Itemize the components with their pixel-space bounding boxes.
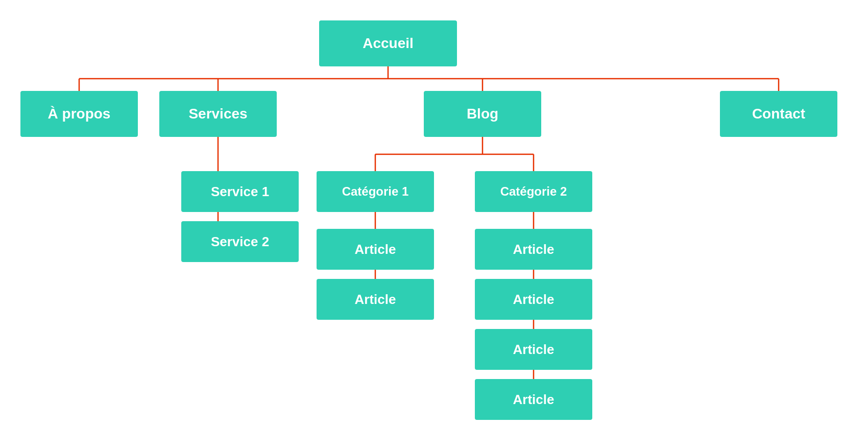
- node-contact[interactable]: Contact: [720, 91, 837, 137]
- node-art2[interactable]: Article: [317, 279, 434, 320]
- node-service2[interactable]: Service 2: [181, 221, 299, 262]
- node-apropos[interactable]: À propos: [20, 91, 138, 137]
- node-art1[interactable]: Article: [317, 229, 434, 270]
- node-art3[interactable]: Article: [475, 229, 592, 270]
- node-categorie2[interactable]: Catégorie 2: [475, 171, 592, 212]
- node-service1[interactable]: Service 1: [181, 171, 299, 212]
- node-categorie1[interactable]: Catégorie 1: [317, 171, 434, 212]
- node-art4[interactable]: Article: [475, 279, 592, 320]
- node-blog[interactable]: Blog: [424, 91, 541, 137]
- node-accueil[interactable]: Accueil: [319, 20, 457, 66]
- node-art5[interactable]: Article: [475, 329, 592, 370]
- node-services[interactable]: Services: [159, 91, 277, 137]
- node-art6[interactable]: Article: [475, 379, 592, 420]
- tree-container: Accueil À propos Services Blog Contact S…: [0, 0, 868, 425]
